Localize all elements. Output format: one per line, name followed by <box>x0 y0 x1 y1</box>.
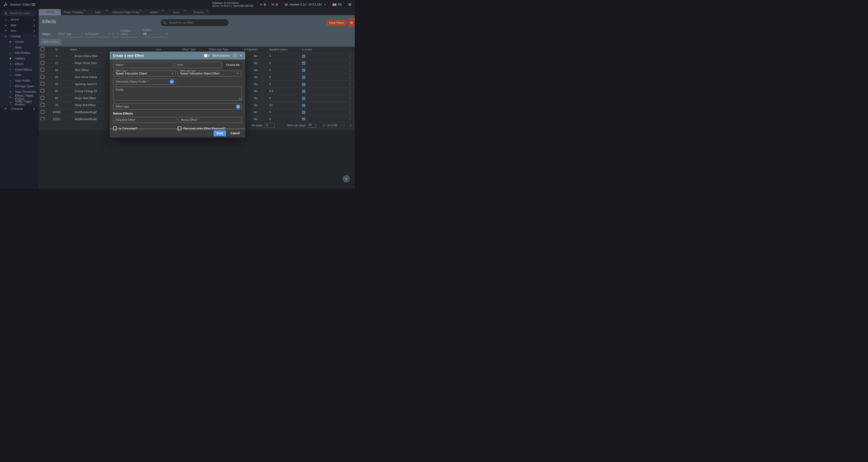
effect-sub-type-select[interactable]: Effect Sub Type * Spawn Interactive Obje… <box>178 70 241 76</box>
is-active-checkbox[interactable]: ✓ <box>302 68 305 72</box>
is-active-checkbox[interactable]: ✓ <box>302 62 305 65</box>
close-icon[interactable]: ✕ <box>84 9 85 11</box>
row-checkbox[interactable] <box>40 96 44 100</box>
sidebar-item-ability-trigger-profiles[interactable]: ↺Ability Trigger Profiles <box>0 100 39 106</box>
sidebar-item-coord-effects[interactable]: ↻Coord Effects <box>0 67 39 73</box>
filter-duration-input[interactable]: Duration (secs) <box>120 29 137 37</box>
resize-handle[interactable] <box>239 98 241 100</box>
sidebar-item-stats[interactable]: ∿Stats <box>0 72 39 78</box>
row-checkbox[interactable] <box>40 68 44 72</box>
set-page-input[interactable] <box>265 123 275 128</box>
sidebar-search-input[interactable] <box>9 11 35 15</box>
interactive-object-profile-field[interactable]: Interactive Object Profile * + <box>113 79 176 85</box>
sidebar-item-skills[interactable]: ⚚Skills <box>0 45 39 51</box>
close-icon[interactable]: × <box>240 54 242 58</box>
bulk-actions-button[interactable]: Bulk Actions <box>41 39 61 45</box>
sidebar-item-server[interactable]: ♁ Server ❯ <box>0 17 39 23</box>
row-menu-icon[interactable]: ⋮ <box>342 61 351 65</box>
close-icon[interactable]: ✕ <box>162 9 164 11</box>
sidebar-item-arenas[interactable]: ♜Arenas <box>0 39 39 45</box>
effect-type-select[interactable]: Effect Type * Spawn Interactive Object ▼ <box>113 70 176 76</box>
table-settings-button[interactable]: ⚙ <box>348 18 355 27</box>
is-active-checkbox[interactable]: ✓ <box>302 75 305 79</box>
row-menu-icon[interactable]: ⋮ <box>342 68 351 72</box>
language-switcher[interactable]: EN <box>329 0 345 9</box>
add-tag-button[interactable]: + <box>236 104 240 109</box>
bonus-effect-field[interactable] <box>179 117 242 123</box>
hamburger-menu-icon[interactable] <box>31 2 35 6</box>
effect-search-input[interactable] <box>168 21 221 25</box>
tab-stats[interactable]: Stats✕ <box>87 9 109 15</box>
sidebar-item-abilities[interactable]: ⚡Abilities <box>0 56 39 62</box>
save-button[interactable]: Save <box>214 130 226 136</box>
effect-search[interactable] <box>161 19 228 26</box>
tab-effects[interactable]: Effects✕ <box>39 9 61 15</box>
sidebar-search[interactable] <box>2 11 36 16</box>
choose-file-button[interactable]: Choose file <box>224 62 242 68</box>
is-active-checkbox[interactable]: ✓ <box>302 97 305 100</box>
add-profile-button[interactable]: + <box>170 80 174 84</box>
sidebar-item-effects[interactable]: ⚗Effects <box>0 61 39 67</box>
row-checkbox[interactable] <box>40 54 44 58</box>
sidebar-item-item[interactable]: ⚱ Item ❯ <box>0 28 39 34</box>
row-checkbox[interactable] <box>40 110 44 114</box>
tab-abilities[interactable]: Abilities✕ <box>143 9 165 15</box>
add-effect-fab[interactable]: + <box>342 175 350 183</box>
row-checkbox[interactable] <box>40 82 44 86</box>
help-icon[interactable]: ? <box>233 54 237 58</box>
row-menu-icon[interactable]: ⋮ <box>342 96 351 100</box>
previous-page-button[interactable]: ‹ <box>344 123 345 128</box>
row-checkbox[interactable] <box>40 61 44 65</box>
sidebar-item-mob[interactable]: ☠ Mob ❯ <box>0 23 39 28</box>
close-icon[interactable]: ✕ <box>184 9 186 11</box>
name-field[interactable] <box>113 62 173 68</box>
is-active-checkbox[interactable]: ✓ <box>302 55 305 58</box>
is-active-checkbox[interactable]: ✓ <box>302 83 305 86</box>
tooltip-textarea[interactable]: Tooltip <box>113 87 242 101</box>
cancel-button[interactable]: Cancel <box>229 131 241 135</box>
row-menu-icon[interactable]: ⋮ <box>342 82 351 86</box>
is-active-checkbox[interactable]: ✓ <box>302 104 305 107</box>
is-active-checkbox[interactable]: ✓ <box>302 111 305 114</box>
filter-comparator[interactable]: =▼ <box>112 32 119 37</box>
items-per-page-select[interactable]: 10 ▼ <box>308 123 317 127</box>
row-menu-icon[interactable]: ⋮ <box>342 110 351 114</box>
sidebar-item-skill-profiles[interactable]: ⚔Skill Profiles <box>0 50 39 56</box>
row-menu-icon[interactable]: ⋮ <box>342 103 351 107</box>
row-checkbox[interactable] <box>40 89 44 93</box>
is-active-checkbox[interactable]: ✓ <box>302 90 305 93</box>
sidebar-item-effects-trigger-profiles[interactable]: ↻Effects Trigger Profiles <box>0 95 39 100</box>
select-all-checkbox[interactable] <box>40 47 44 51</box>
required-effect-field[interactable] <box>113 117 177 123</box>
server-select[interactable]: Atavism X.11 - 10.0.1.131 ▼ <box>281 0 329 9</box>
effect-tags-field[interactable]: Effect tags + <box>113 103 242 110</box>
sidebar-item-damage-types[interactable]: †Damage Types <box>0 84 39 89</box>
tab-interactive-object-profile[interactable]: Interactive Object Profile✕ <box>109 9 143 15</box>
settings-section[interactable]: ⚙ <box>345 0 355 9</box>
row-checkbox[interactable] <box>40 75 44 79</box>
close-icon[interactable]: ✕ <box>106 9 108 11</box>
close-icon[interactable]: ✕ <box>58 9 60 11</box>
filter-label: = <box>112 32 114 35</box>
clear-filters-button[interactable]: Clear Filters <box>327 20 347 26</box>
row-menu-icon[interactable]: ⋮ <box>342 54 351 58</box>
tab-items[interactable]: Items✕ <box>165 9 187 15</box>
tab-player-templates[interactable]: Player Templates✕ <box>61 9 86 15</box>
sidebar-item-character[interactable]: ⛑ Character ❯ <box>0 106 39 112</box>
filter-effect-type[interactable]: Effect Type▼ <box>58 32 83 37</box>
gear-icon[interactable]: ⚙ <box>348 2 351 7</box>
row-checkbox[interactable] <box>40 103 44 107</box>
sidebar-item-stats-profile[interactable]: ∿Stats Profile <box>0 78 39 84</box>
close-icon[interactable]: ✕ <box>140 9 142 11</box>
filter-is-passive[interactable]: Is Passive?▼ <box>85 32 110 37</box>
sidebar-item-combat[interactable]: ⚔ Combat ˅ <box>0 34 39 39</box>
next-page-button[interactable]: › <box>350 123 351 128</box>
row-menu-icon[interactable]: ⋮ <box>342 75 351 79</box>
filter-is-active[interactable]: Is Active All ▼ <box>143 32 168 37</box>
sidebar-item-stats-thresholds[interactable]: ≋Stats Thresholds <box>0 89 39 95</box>
row-menu-icon[interactable]: ⋮ <box>342 89 351 93</box>
close-icon[interactable]: ✕ <box>207 9 209 11</box>
icon-field[interactable] <box>175 62 222 68</box>
tab-accounts[interactable]: Accounts✕ <box>188 9 210 15</box>
show-popover-toggle[interactable] <box>204 55 210 57</box>
